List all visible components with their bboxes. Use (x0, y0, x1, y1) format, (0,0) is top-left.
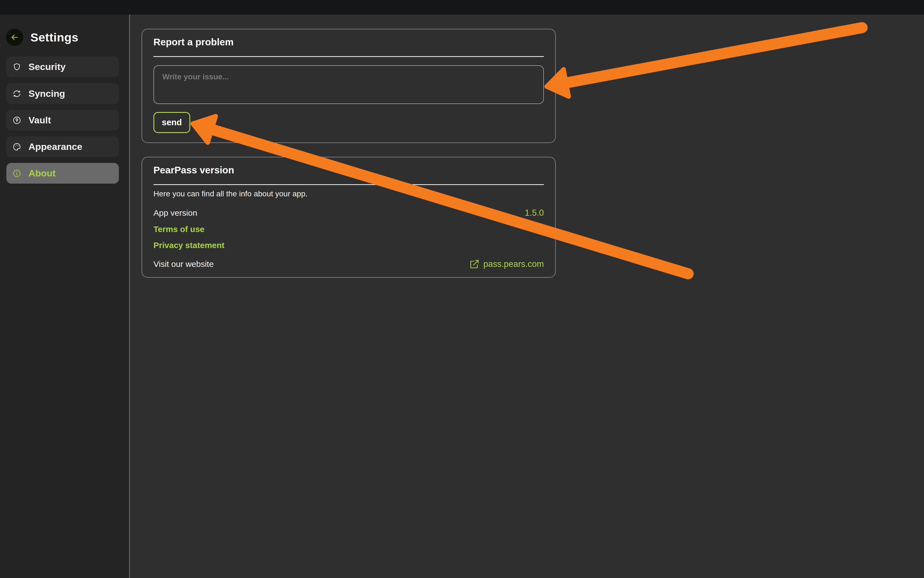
version-card: PearPass version Here you can find all t… (141, 157, 556, 278)
issue-textarea[interactable] (154, 65, 544, 104)
sidebar-item-label: Security (29, 62, 65, 72)
sync-icon (13, 89, 21, 98)
divider (154, 184, 544, 185)
report-problem-card: Report a problem send (141, 29, 556, 143)
sidebar-item-label: Appearance (29, 141, 83, 152)
external-link-icon (470, 259, 480, 269)
vault-icon (13, 116, 21, 125)
terms-of-use-link[interactable]: Terms of use (154, 224, 204, 234)
sidebar-item-vault[interactable]: Vault (6, 110, 119, 130)
palette-icon (13, 143, 21, 151)
terms-of-use-row: Terms of use (154, 223, 544, 235)
sidebar-item-security[interactable]: Security (6, 57, 119, 77)
privacy-statement-link[interactable]: Privacy statement (154, 240, 224, 250)
app-version-label: App version (154, 208, 197, 218)
version-card-description: Here you can find all the info about you… (154, 190, 308, 198)
sidebar-nav: Security Syncing Vault (0, 15, 129, 578)
website-url: pass.pears.com (483, 259, 544, 269)
divider (154, 56, 544, 57)
version-card-title: PearPass version (154, 164, 234, 175)
app-version-row: App version 1.5.0 (154, 207, 544, 219)
settings-sidebar: Settings Security Syncing (0, 15, 130, 578)
shield-icon (13, 62, 21, 71)
sidebar-item-about[interactable]: About (6, 163, 119, 183)
sidebar-item-label: Syncing (29, 88, 65, 99)
sidebar-item-appearance[interactable]: Appearance (6, 136, 119, 157)
window-top-bar (0, 0, 924, 15)
sidebar-item-label: About (29, 168, 55, 179)
info-icon (13, 169, 21, 178)
send-button[interactable]: send (154, 112, 190, 133)
sidebar-item-label: Vault (29, 115, 51, 125)
privacy-statement-row: Privacy statement (154, 239, 544, 252)
visit-website-label: Visit our website (154, 260, 214, 269)
website-link[interactable]: pass.pears.com (470, 259, 544, 269)
website-row: Visit our website pass.pears.com (154, 258, 544, 270)
report-card-title: Report a problem (154, 36, 233, 47)
sidebar-item-syncing[interactable]: Syncing (6, 83, 119, 104)
app-version-value: 1.5.0 (525, 208, 544, 218)
